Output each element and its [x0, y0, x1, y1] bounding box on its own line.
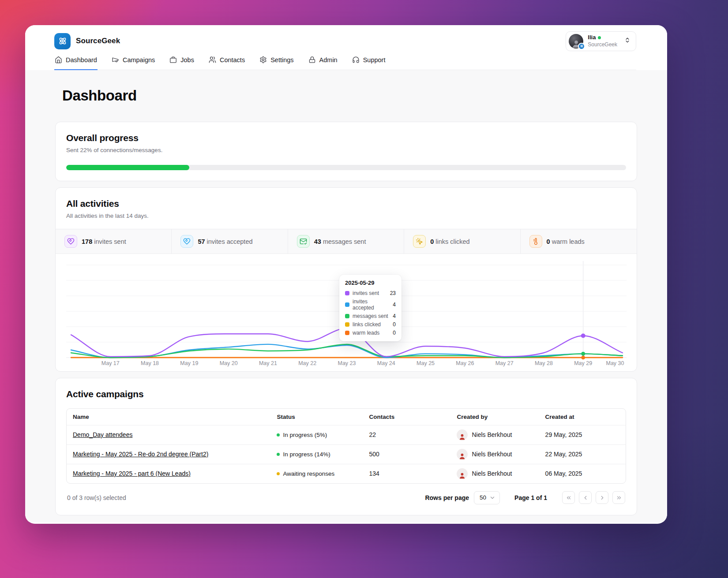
all-activities-card: All activities All activities in the las… [55, 187, 637, 372]
tooltip-series-label: invites accepted [353, 298, 390, 311]
rows-per-page-value: 50 [480, 494, 486, 501]
main-nav: Dashboard Campaigns Jobs Contacts Settin… [54, 56, 636, 70]
brand-name: SourceGeek [76, 37, 120, 45]
first-page-button[interactable] [562, 491, 575, 504]
active-campaigns-card: Active campaigns Name Status Contacts Cr… [55, 378, 637, 515]
svg-text:May 17: May 17 [101, 360, 120, 366]
stat-value: 0 [547, 238, 550, 245]
table-row[interactable]: Marketing - May 2025 - Re-do 2nd degree … [67, 444, 626, 464]
creator-name: Niels Berkhout [472, 451, 512, 458]
svg-text:May 18: May 18 [141, 360, 159, 366]
page-title: Dashboard [55, 70, 637, 122]
rows-selected-text: 0 of 3 row(s) selected [67, 494, 126, 501]
tooltip-series-value: 4 [393, 302, 396, 308]
table-footer: 0 of 3 row(s) selected Rows per page 50 … [66, 491, 626, 504]
series-swatch [345, 322, 349, 327]
campaigns-table: Name Status Contacts Created by Created … [66, 408, 626, 484]
stat-links-clicked: 0links clicked [404, 229, 520, 254]
campaign-link[interactable]: Marketing - May 2025 - Re-do 2nd degree … [73, 451, 208, 458]
app-header: SourceGeek Ilia SourceGeek [25, 25, 667, 70]
table-row[interactable]: Demo_Day attendees In progress (5%) 22 N… [67, 425, 626, 444]
user-name: Ilia [588, 34, 596, 41]
svg-text:May 22: May 22 [298, 360, 316, 366]
tooltip-series-value: 0 [393, 321, 396, 328]
campaign-link[interactable]: Marketing - May 2025 - part 6 (New Leads… [73, 470, 191, 477]
tab-contacts[interactable]: Contacts [208, 56, 245, 70]
creator-avatar [457, 468, 468, 479]
progress-bar-fill [66, 165, 189, 170]
svg-text:May 28: May 28 [535, 360, 553, 366]
nav-label: Settings [270, 56, 293, 63]
sourcegeek-logo-icon [54, 33, 71, 49]
tooltip-series-label: warm leads [353, 330, 379, 336]
page-content: Dashboard Overall progress Sent 22% of c… [25, 70, 667, 522]
overall-progress-card: Overall progress Sent 22% of connections… [55, 122, 637, 181]
tab-jobs[interactable]: Jobs [169, 56, 195, 70]
overall-progress-title: Overall progress [66, 133, 626, 143]
all-activities-subtitle: All activities in the last 14 days. [66, 213, 626, 219]
last-page-button[interactable] [612, 491, 625, 504]
stat-warm-leads: 0warm leads [521, 229, 637, 254]
cursor-click-icon [413, 235, 426, 248]
prev-page-button[interactable] [579, 491, 592, 504]
online-status-dot [598, 36, 601, 39]
tab-support[interactable]: Support [352, 56, 386, 70]
heart-handshake-icon [64, 235, 77, 248]
nav-label: Support [363, 56, 386, 63]
mail-check-icon [297, 235, 310, 248]
pagination [562, 491, 625, 504]
user-menu-button[interactable]: Ilia SourceGeek [566, 31, 636, 51]
tooltip-series-value: 23 [390, 290, 396, 296]
tab-dashboard[interactable]: Dashboard [54, 56, 98, 70]
all-activities-title: All activities [66, 198, 626, 209]
tab-campaigns[interactable]: Campaigns [111, 56, 155, 70]
rows-per-page-select[interactable]: 50 [474, 491, 500, 504]
col-created-by: Created by [450, 409, 539, 425]
table-row[interactable]: Marketing - May 2025 - part 6 (New Leads… [67, 464, 626, 483]
series-swatch [345, 314, 349, 318]
chevrons-up-down-icon [624, 37, 630, 45]
creator-name: Niels Berkhout [472, 431, 512, 438]
stat-invites-sent: 178invites sent [56, 229, 172, 254]
svg-text:May 26: May 26 [456, 360, 474, 366]
chevron-down-icon [489, 495, 495, 501]
stat-label: warm leads [552, 238, 585, 245]
col-name: Name [67, 409, 270, 425]
tooltip-series-label: invites sent [353, 290, 379, 296]
status-dot [277, 472, 280, 475]
progress-bar [66, 165, 626, 170]
nav-label: Admin [319, 56, 338, 63]
page-indicator: Page 1 of 1 [514, 494, 547, 501]
tooltip-series-value: 0 [393, 330, 396, 336]
svg-text:May 27: May 27 [495, 360, 514, 366]
activity-stats-row: 178invites sent 57invites accepted 43mes… [56, 229, 637, 254]
status-badge: In progress (5%) [277, 432, 356, 438]
svg-text:May 24: May 24 [377, 360, 395, 366]
tab-admin[interactable]: Admin [308, 56, 338, 70]
table-header-row: Name Status Contacts Created by Created … [67, 409, 626, 425]
tooltip-date: 2025-05-29 [345, 280, 396, 286]
campaign-link[interactable]: Demo_Day attendees [73, 431, 132, 438]
thermometer-icon [529, 235, 542, 248]
stat-value: 178 [82, 238, 92, 245]
creator-avatar [457, 449, 468, 460]
created-date: 29 May, 2025 [539, 425, 626, 444]
brand: SourceGeek [54, 33, 120, 49]
next-page-button[interactable] [596, 491, 608, 504]
tab-settings[interactable]: Settings [259, 56, 294, 70]
status-badge: Awaiting responses [277, 470, 356, 477]
tooltip-series-value: 4 [393, 313, 396, 319]
tooltip-series-label: links clicked [353, 321, 381, 328]
stat-invites-accepted: 57invites accepted [172, 229, 288, 254]
created-date: 22 May, 2025 [539, 444, 626, 464]
contacts-count: 500 [363, 444, 451, 464]
creator-name: Niels Berkhout [472, 470, 512, 477]
stat-value: 0 [430, 238, 434, 245]
lock-icon [308, 56, 316, 63]
svg-text:May 25: May 25 [417, 360, 435, 366]
svg-text:May 29: May 29 [574, 360, 592, 366]
headset-icon [352, 56, 360, 63]
contacts-count: 22 [363, 425, 451, 444]
svg-text:May 19: May 19 [180, 360, 198, 366]
status-dot [277, 433, 280, 436]
